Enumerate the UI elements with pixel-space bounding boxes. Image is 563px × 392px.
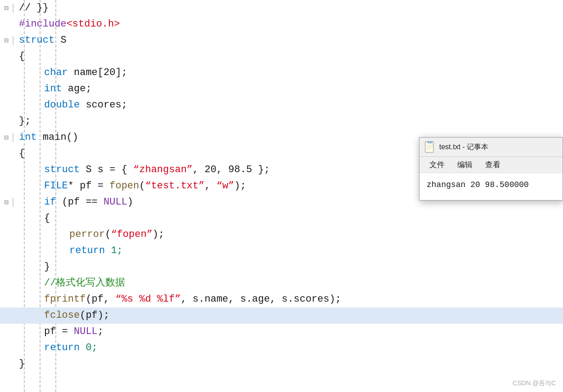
code-token: perror <box>69 229 105 240</box>
code-token: fclose <box>44 310 80 321</box>
code-token: fprintf <box>44 294 86 305</box>
code-content: pf = NULL; <box>17 324 563 340</box>
code-content: perror(“fopen”); <box>17 227 563 243</box>
code-token: S <box>60 35 66 46</box>
code-token: double <box>44 99 86 111</box>
code-line: //格式化写入数据 <box>0 275 563 291</box>
gutter-marker[interactable]: ⊟ <box>0 36 14 45</box>
code-content: // }} <box>17 0 563 16</box>
code-line: char name[20]; <box>0 65 563 81</box>
code-token: return <box>44 342 86 353</box>
code-token: //格式化写入数据 <box>44 277 125 289</box>
code-token: scores; <box>86 99 127 111</box>
code-token: NULL <box>74 326 98 337</box>
code-content: char name[20]; <box>17 65 563 81</box>
gutter-marker[interactable]: ⊟ <box>0 4 14 13</box>
code-line: int age; <box>0 81 563 97</box>
code-content: //格式化写入数据 <box>17 275 563 291</box>
code-token: “%s %d %lf” <box>115 294 180 305</box>
code-token: int <box>19 132 43 143</box>
code-token: int <box>44 83 68 94</box>
code-token: , s.name, s.age, s.scores); <box>181 294 341 305</box>
gutter-marker[interactable]: ⊟ <box>0 198 14 207</box>
code-line: return 1; <box>0 243 563 259</box>
code-token: { <box>19 148 25 159</box>
code-editor: ⊟// }}#include<stdio.h>⊟struct S{char na… <box>0 0 563 392</box>
code-token: FILE <box>44 180 68 192</box>
code-token: S s = { <box>86 164 133 175</box>
code-line: { <box>0 210 563 227</box>
code-token: return <box>69 245 111 256</box>
notepad-menu-view[interactable]: 查看 <box>479 159 507 171</box>
code-token: ) <box>127 196 133 208</box>
code-line: return 0; <box>0 340 563 356</box>
code-content: } <box>17 356 563 372</box>
notepad-menu-file[interactable]: 文件 <box>423 159 451 171</box>
code-content: int age; <box>17 81 563 97</box>
code-token: , <box>204 180 216 192</box>
code-token: “fopen” <box>111 229 152 240</box>
code-token: if <box>44 196 62 208</box>
code-line: { <box>0 49 563 65</box>
code-token: fopen <box>109 180 139 192</box>
code-token: ( <box>105 229 111 240</box>
code-token: “test.txt” <box>145 180 204 192</box>
code-token: ; <box>98 326 104 337</box>
gutter-marker[interactable]: ⊟ <box>0 133 14 142</box>
code-token: ); <box>153 229 164 240</box>
notepad-menu-edit[interactable]: 编辑 <box>451 159 479 171</box>
code-token: <stdio.h> <box>67 18 120 30</box>
code-token: (pf, <box>86 294 115 305</box>
code-content: fclose(pf); <box>17 307 563 324</box>
code-line: ⊟struct S <box>0 32 563 49</box>
code-content: { <box>17 210 563 227</box>
code-token: “w” <box>216 180 234 192</box>
code-content: { <box>17 49 563 65</box>
code-token: (pf == <box>62 196 104 208</box>
watermark: CSDN @吾与C <box>513 379 556 388</box>
code-token: 1; <box>111 245 122 256</box>
code-line: } <box>0 259 563 275</box>
code-token: , 20, 98.5 }; <box>193 164 270 175</box>
code-line: ⊟// }} <box>0 0 563 16</box>
notepad-menubar: 文件 编辑 查看 <box>419 157 563 173</box>
code-content: fprintf(pf, “%s %d %lf”, s.name, s.age, … <box>17 291 563 307</box>
svg-rect-1 <box>428 141 432 143</box>
code-token: ( <box>139 180 145 192</box>
code-line: perror(“fopen”); <box>0 227 563 243</box>
code-line: } <box>0 356 563 372</box>
code-content: return 1; <box>17 243 563 259</box>
code-token: struct <box>44 164 86 175</box>
notepad-content: zhangsan 20 98.500000 <box>419 173 563 200</box>
code-token: { <box>19 51 25 62</box>
code-token: (pf); <box>80 310 109 321</box>
code-line: double scores; <box>0 97 563 113</box>
code-line: }; <box>0 113 563 129</box>
notepad-window: test.txt - 记事本 文件 编辑 查看 zhangsan 20 98.5… <box>419 137 563 200</box>
code-token: name[20]; <box>74 67 127 78</box>
code-token: // }} <box>19 2 49 13</box>
code-content: } <box>17 259 563 275</box>
code-token: } <box>19 358 25 370</box>
code-token: “zhangsan” <box>133 164 193 175</box>
code-token: main() <box>43 132 78 143</box>
notepad-title: test.txt - 记事本 <box>439 143 488 152</box>
code-token: * pf = <box>68 180 109 192</box>
code-token: } <box>44 261 50 272</box>
code-token: }; <box>19 116 31 127</box>
code-content: }; <box>17 113 563 129</box>
code-content: #include<stdio.h> <box>17 16 563 32</box>
code-token: pf = <box>44 326 74 337</box>
code-token: age; <box>68 83 92 94</box>
code-token: char <box>44 67 74 78</box>
code-token: struct <box>19 35 60 46</box>
notepad-titlebar: test.txt - 记事本 <box>419 138 563 157</box>
code-token: ); <box>234 180 246 192</box>
code-line: pf = NULL; <box>0 324 563 340</box>
code-token: NULL <box>104 196 127 208</box>
code-token: #include <box>19 18 67 30</box>
code-line: #include<stdio.h> <box>0 16 563 32</box>
code-token: 0; <box>86 342 97 353</box>
code-content: struct S <box>17 32 563 49</box>
code-token: { <box>44 213 50 224</box>
